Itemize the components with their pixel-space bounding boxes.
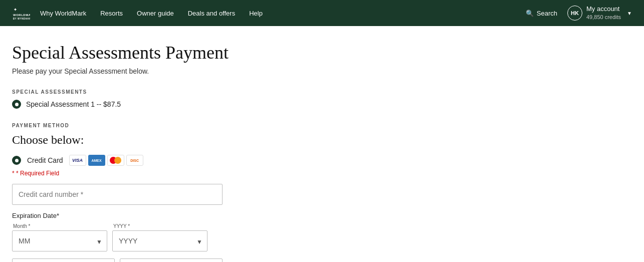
credit-card-radio[interactable]	[12, 156, 21, 165]
special-assessments-label: SPECIAL ASSESSMENTS	[12, 89, 389, 95]
mastercard-icon	[107, 155, 124, 166]
assessment-radio[interactable]	[12, 100, 21, 109]
svg-text:✦: ✦	[14, 8, 18, 12]
svg-text:WORLDMARK: WORLDMARK	[13, 14, 30, 17]
main-content: Special Assessments Payment Please pay y…	[0, 26, 401, 262]
name-row	[12, 258, 389, 262]
cc-number-group	[12, 184, 389, 205]
expiry-label: Expiration Date*	[12, 212, 389, 219]
expiry-row: Month * MM 010203 040506 070809 101112 ▼…	[12, 223, 389, 251]
payment-method-label: PAYMENT METHOD	[12, 123, 389, 128]
expiry-group: Expiration Date* Month * MM 010203 04050…	[12, 212, 389, 251]
nav-help[interactable]: Help	[249, 10, 263, 17]
search-button[interactable]: 🔍 Search	[526, 10, 557, 17]
discover-icon: DISC	[126, 155, 143, 166]
card-icons: VISA AMEX DISC	[69, 155, 143, 166]
search-icon: 🔍	[526, 10, 534, 17]
year-sublabel: YYYY *	[112, 223, 207, 229]
last-name-input[interactable]	[120, 258, 223, 262]
cc-number-input[interactable]	[12, 184, 223, 205]
avatar: HK	[567, 6, 582, 21]
nav-owner-guide[interactable]: Owner guide	[137, 10, 174, 17]
nav-deals[interactable]: Deals and offers	[188, 10, 235, 17]
amex-icon: AMEX	[88, 155, 105, 166]
account-credits: 49,850 credits	[586, 14, 621, 21]
chevron-down-icon: ▼	[627, 11, 632, 16]
navigation: ✦ WORLDMARK BY WYNDHAM Why WorldMark Res…	[0, 0, 644, 26]
account-menu[interactable]: HK My account 49,850 credits ▼	[567, 5, 632, 21]
required-note: * * Required Field	[12, 170, 389, 177]
year-select-wrapper: YYYY * YYYY 202420252026 202720282029 20…	[112, 223, 207, 251]
credit-card-label: Credit Card	[27, 156, 63, 164]
account-name: My account	[586, 5, 621, 14]
month-select-wrapper: Month * MM 010203 040506 070809 101112 ▼	[12, 223, 107, 251]
logo[interactable]: ✦ WORLDMARK BY WYNDHAM	[12, 4, 30, 22]
search-label: Search	[537, 10, 557, 17]
month-select[interactable]: MM 010203 040506 070809 101112	[12, 230, 107, 251]
assessment-item-row: Special Assessment 1 -- $87.5	[12, 100, 389, 109]
page-subtitle: Please pay your Special Assessment below…	[12, 67, 389, 75]
visa-icon: VISA	[69, 155, 86, 166]
nav-resorts[interactable]: Resorts	[100, 10, 123, 17]
choose-label: Choose below:	[12, 133, 389, 147]
nav-why-worldmark[interactable]: Why WorldMark	[40, 10, 86, 17]
payment-method-section: Choose below: Credit Card VISA AMEX DISC…	[12, 133, 389, 262]
nav-links: Why WorldMark Resorts Owner guide Deals …	[40, 9, 263, 18]
year-select[interactable]: YYYY 202420252026 202720282029 203020312…	[112, 230, 207, 251]
month-sublabel: Month *	[12, 223, 107, 229]
assessment-item-text: Special Assessment 1 -- $87.5	[26, 100, 121, 108]
page-title: Special Assessments Payment	[12, 42, 389, 63]
credit-card-option-row: Credit Card VISA AMEX DISC	[12, 155, 389, 166]
required-text: * Required Field	[16, 170, 59, 177]
first-name-input[interactable]	[12, 258, 115, 262]
svg-text:BY WYNDHAM: BY WYNDHAM	[13, 18, 30, 20]
asterisk: *	[12, 170, 15, 177]
